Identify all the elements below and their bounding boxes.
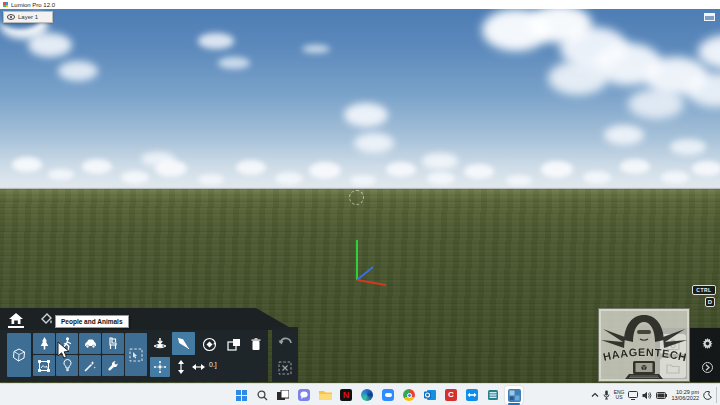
scale-icon — [227, 338, 241, 351]
teamviewer-button[interactable] — [463, 386, 481, 404]
scanner-app-button[interactable] — [484, 386, 502, 404]
haagentech-logo: HAAGENTECH — [599, 309, 689, 381]
mouse-cursor — [56, 341, 72, 361]
furniture-category-button[interactable] — [102, 333, 124, 354]
move-horizontal-icon — [192, 363, 205, 371]
tab-materials[interactable] — [36, 310, 56, 328]
cube-icon — [12, 348, 26, 362]
start-button[interactable] — [232, 386, 250, 404]
outlook-button[interactable] — [421, 386, 439, 404]
layer-button[interactable]: Layer 1 — [3, 11, 53, 23]
objects-category-button[interactable] — [7, 333, 31, 377]
task-view-button[interactable] — [274, 386, 292, 404]
pointer-icon — [177, 337, 190, 350]
windows-start-icon — [236, 390, 247, 401]
ctrl-key-badge: CTRL — [692, 285, 716, 295]
nature-category-button[interactable] — [33, 333, 55, 354]
precision-value-field[interactable]: 0.] — [209, 361, 217, 368]
search-button[interactable] — [253, 386, 271, 404]
chat-icon — [298, 389, 310, 401]
sky — [0, 9, 720, 189]
chrome-icon — [403, 389, 415, 401]
window-titlebar: Lumion Pro 12.0 — [0, 0, 720, 9]
car-icon — [84, 339, 97, 349]
edge-button[interactable] — [358, 386, 376, 404]
region-code: US — [616, 395, 623, 400]
teamviewer-icon — [466, 389, 478, 401]
netflix-icon: N — [340, 389, 352, 401]
move-tool-button[interactable] — [150, 357, 170, 377]
tooltip: People and Animals — [55, 315, 129, 328]
place-object-icon — [153, 338, 167, 351]
language-indicator[interactable]: ENG US — [614, 390, 625, 400]
transport-category-button[interactable] — [79, 333, 101, 354]
picture-icon — [38, 360, 50, 372]
move-vertical-icon — [177, 360, 185, 374]
gear-icon — [702, 338, 713, 349]
chair-icon — [108, 337, 118, 350]
c-app-icon: C — [445, 389, 457, 401]
cast-display-icon[interactable] — [628, 391, 638, 400]
file-explorer-icon — [319, 390, 332, 401]
marquee-icon — [129, 348, 143, 362]
marquee-clear-button[interactable] — [274, 357, 296, 379]
history-panel — [272, 327, 298, 382]
focus-assist-moon-icon[interactable] — [703, 391, 712, 400]
move-icon — [153, 360, 167, 374]
arrow-icon — [702, 362, 713, 373]
clock-date: 13/06/2022 — [671, 395, 699, 401]
marquee-category-button[interactable] — [125, 333, 147, 376]
trash-icon — [251, 338, 261, 351]
next-arrow-button[interactable] — [701, 361, 714, 374]
select-tool-button[interactable] — [172, 332, 195, 355]
tree-icon — [39, 337, 50, 350]
wrench-icon — [107, 360, 119, 372]
chrome-button[interactable] — [400, 386, 418, 404]
delete-tool-button[interactable] — [247, 334, 265, 354]
chat-app-button[interactable] — [295, 386, 313, 404]
eye-icon — [7, 14, 15, 20]
edge-icon — [361, 389, 373, 401]
layer-button-label: Layer 1 — [18, 14, 38, 20]
taskbar-apps: N C — [232, 384, 523, 405]
task-view-icon — [277, 390, 289, 401]
lumion-taskbar-button[interactable] — [505, 386, 523, 404]
system-tray: ENG US 10:29 pm 13/06/2022 — [591, 384, 718, 405]
magic-wand-icon — [84, 360, 96, 372]
object-toolbar: 0.] — [0, 330, 268, 382]
rotate-tool-button[interactable] — [199, 334, 219, 354]
tab-objects[interactable] — [6, 310, 26, 328]
camera-reticle — [349, 190, 364, 205]
file-explorer-button[interactable] — [316, 386, 334, 404]
netflix-button[interactable]: N — [337, 386, 355, 404]
speaker-icon[interactable] — [642, 391, 652, 400]
rotate-icon — [202, 337, 217, 352]
zoom-app-button[interactable] — [379, 386, 397, 404]
move-vertical-button[interactable] — [174, 358, 188, 376]
taskbar-clock[interactable]: 10:29 pm 13/06/2022 — [671, 389, 699, 401]
tray-chevron-icon[interactable] — [591, 392, 599, 398]
settings-button[interactable] — [701, 337, 714, 350]
scanner-icon — [487, 389, 499, 401]
utilities-category-button[interactable] — [102, 355, 124, 376]
scale-tool-button[interactable] — [224, 334, 244, 354]
viewport-3d[interactable]: Layer 1 CTRL D — [0, 9, 720, 383]
microphone-icon[interactable] — [603, 390, 610, 400]
search-icon — [257, 390, 268, 401]
battery-icon[interactable] — [656, 392, 667, 399]
paint-bucket-icon — [40, 313, 53, 325]
zoom-icon — [382, 389, 394, 401]
lumion-logo-icon — [3, 2, 8, 7]
effects-category-button[interactable] — [33, 355, 55, 376]
special-effects-category-button[interactable] — [79, 355, 101, 376]
svg-text:HAAGENTECH: HAAGENTECH — [602, 346, 688, 363]
outlook-icon — [424, 389, 436, 401]
marquee-clear-icon — [278, 361, 292, 375]
move-horizontal-button[interactable] — [190, 358, 206, 376]
place-object-button[interactable] — [150, 334, 170, 354]
show-desktop-button[interactable] — [716, 387, 718, 403]
undo-button[interactable] — [274, 330, 296, 352]
fullscreen-icon[interactable] — [704, 13, 715, 21]
c-app-button[interactable]: C — [442, 386, 460, 404]
lumion-icon — [508, 389, 521, 402]
